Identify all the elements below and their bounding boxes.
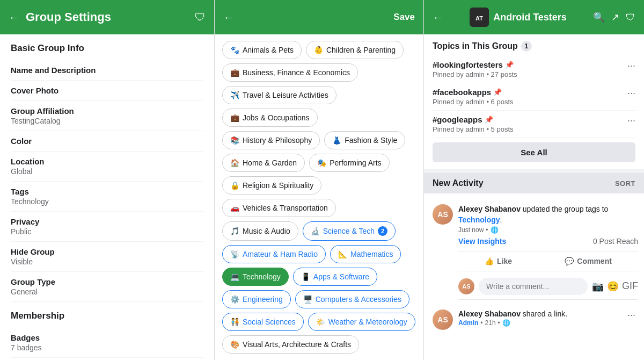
more-icon[interactable]: ··· [627, 115, 635, 126]
topic-name: #lookingfortesters 📌 [433, 60, 517, 69]
tag-vehicles[interactable]: 🚗 Vehicles & Transportation [222, 199, 336, 217]
membership-title: Membership [11, 311, 203, 321]
tag-fashion[interactable]: 👗 Fashion & Style [324, 131, 405, 149]
group-name: Android Testers [493, 12, 567, 23]
comment-input[interactable] [479, 278, 588, 295]
like-label: Like [497, 257, 512, 265]
view-insights-link[interactable]: View Insights [458, 237, 506, 246]
tag-computers[interactable]: 🖥️ Computers & Accessories [295, 290, 409, 308]
tag-travel[interactable]: ✈️ Travel & Leisure Activities [222, 86, 336, 104]
item-label: Group Affiliation [11, 106, 203, 116]
topic-name: #facebookapps 📌 [433, 88, 514, 97]
comment-box: AS 📷 😊 GIF [458, 273, 638, 300]
tag-mathematics[interactable]: 📐 Mathematics [330, 245, 401, 263]
post2-more-icon[interactable]: ··· [627, 309, 635, 321]
group-back-icon[interactable]: ← [433, 11, 443, 24]
tag-history[interactable]: 📚 History & Philosophy [222, 131, 320, 149]
tag-label: Religion & Spirituality [243, 181, 313, 190]
post-text: Alexey Shabanov updated the group tags t… [458, 204, 638, 225]
settings-item-group-type[interactable]: Group Type General [11, 272, 203, 302]
tag-visual-arts[interactable]: 🎨 Visual Arts, Architecture & Crafts [222, 335, 359, 354]
settings-content: Basic Group Info Name and Description Co… [0, 34, 214, 360]
settings-item-tags[interactable]: Tags Technology [11, 182, 203, 212]
search-icon[interactable]: 🔍 [593, 11, 605, 23]
time-separator: • [480, 319, 482, 327]
settings-item-affiliation[interactable]: Group Affiliation TestingCatalog [11, 101, 203, 131]
tag-label: Jobs & Occupations [243, 113, 310, 122]
tag-label: Fashion & Style [345, 136, 397, 145]
settings-item-badges[interactable]: Badges 7 badges [11, 328, 203, 358]
settings-item-hide-group[interactable]: Hide Group Visible [11, 242, 203, 272]
tag-apps-software[interactable]: 📱 Apps & Software [293, 268, 377, 286]
tag-science-tech[interactable]: 🔬 Science & Tech 2 [303, 221, 396, 241]
weather-icon: 🌤️ [316, 318, 325, 326]
tag-label: Apps & Software [313, 272, 369, 281]
tag-label: Engineering [243, 295, 283, 304]
save-button[interactable]: Save [393, 12, 415, 23]
admin-badge: Admin [458, 319, 478, 327]
shield-icon[interactable]: 🛡 [626, 12, 635, 23]
item-value: General [11, 287, 203, 296]
tag-performing-arts[interactable]: 🎭 Performing Arts [309, 154, 389, 172]
user-avatar-alexey2: AS [433, 309, 453, 330]
globe-icon2: 🌐 [502, 319, 510, 327]
shield-icon: 🛡 [195, 11, 206, 24]
social-icon: 🧑‍🤝‍🧑 [230, 318, 239, 326]
see-all-button[interactable]: See All [433, 142, 635, 162]
globe-icon2: • [498, 319, 500, 327]
topic-info: #googleapps 📌 Pinned by admin • 5 posts [433, 115, 514, 133]
tag-label: Science & Tech [323, 227, 375, 235]
more-icon[interactable]: ··· [627, 88, 635, 99]
topic-item-lookingfortesters[interactable]: #lookingfortesters 📌 Pinned by admin • 2… [433, 56, 635, 83]
tag-children-parenting[interactable]: 👶 Children & Parenting [306, 41, 404, 59]
topics-count-badge: 1 [521, 41, 532, 52]
arts-icon: 🎨 [230, 340, 239, 349]
item-label: Hide Group [11, 247, 203, 256]
settings-item-name-desc[interactable]: Name and Description [11, 60, 203, 81]
settings-item-privacy[interactable]: Privacy Public [11, 212, 203, 242]
tag-engineering[interactable]: ⚙️ Engineering [222, 290, 291, 308]
radio-icon: 📡 [230, 250, 239, 258]
activity-header: New Activity SORT [424, 173, 644, 193]
svg-text:AT: AT [475, 15, 483, 21]
like-button[interactable]: 👍 Like [474, 255, 523, 268]
gif-icon[interactable]: GIF [622, 280, 638, 292]
tag-animals-pets[interactable]: 🐾 Animals & Pets [222, 41, 302, 59]
sort-button[interactable]: SORT [615, 179, 635, 188]
topics-back-icon[interactable]: ← [223, 11, 234, 24]
panel-group-testers: ← AT Android Testers 🔍 ↗ 🛡 Topics in Thi… [424, 0, 644, 360]
fashion-icon: 👗 [332, 136, 341, 145]
more-icon[interactable]: ··· [627, 60, 635, 71]
emoji-icon[interactable]: 😊 [607, 280, 619, 292]
settings-header: ← Group Settings 🛡 [0, 0, 214, 34]
tag-music[interactable]: 🎵 Music & Audio [222, 221, 298, 241]
item-label: Badges [11, 333, 203, 342]
comment-button[interactable]: 💬 Comment [554, 255, 623, 268]
tag-religion[interactable]: 🔒 Religion & Spirituality [222, 176, 321, 195]
commenter-avatar: AS [458, 278, 474, 294]
back-icon[interactable]: ← [9, 11, 19, 24]
camera-icon[interactable]: 📷 [592, 280, 604, 292]
post-time: Just now • 🌐 [458, 226, 638, 234]
item-label: Location [11, 157, 203, 166]
topic-item-facebookapps[interactable]: #facebookapps 📌 Pinned by admin • 6 post… [433, 83, 635, 111]
tag-technology[interactable]: 💻 Technology [222, 268, 289, 286]
tag-label: Vehicles & Transportation [243, 204, 328, 212]
business-icon: 💼 [230, 68, 239, 77]
settings-item-cover-photo[interactable]: Cover Photo [11, 81, 203, 101]
tag-social-sciences[interactable]: 🧑‍🤝‍🧑 Social Sciences [222, 313, 304, 331]
topic-item-googleapps[interactable]: #googleapps 📌 Pinned by admin • 5 posts … [433, 111, 635, 138]
tag-jobs[interactable]: 💼 Jobs & Occupations [222, 109, 318, 127]
pin-icon: 📌 [485, 116, 493, 124]
share-icon[interactable]: ↗ [611, 11, 619, 23]
second-post-meta: Admin • 21h • 🌐 [458, 319, 622, 327]
settings-item-location[interactable]: Location Global [11, 152, 203, 182]
history-icon: 📚 [230, 136, 239, 145]
tag-label: Mathematics [350, 250, 393, 258]
like-icon: 👍 [485, 257, 494, 265]
settings-item-color[interactable]: Color [11, 131, 203, 152]
tag-business[interactable]: 💼 Business, Finance & Economics [222, 63, 358, 82]
tag-weather[interactable]: 🌤️ Weather & Meteorology [308, 313, 415, 331]
tag-home[interactable]: 🏠 Home & Garden [222, 154, 305, 172]
tag-amateur-radio[interactable]: 📡 Amateur & Ham Radio [222, 245, 326, 263]
